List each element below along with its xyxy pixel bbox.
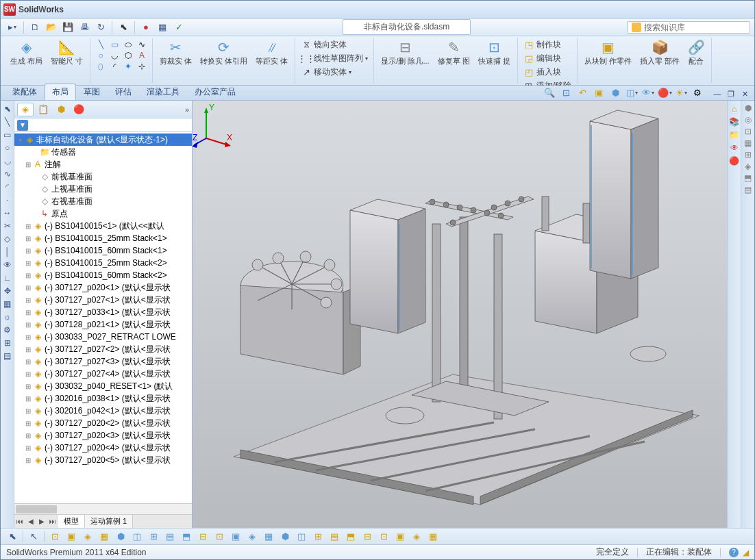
lt-spline[interactable]: ∿	[2, 168, 13, 179]
rt2-1[interactable]: ⬢	[745, 103, 752, 113]
text-tool[interactable]: A	[136, 50, 148, 61]
rt-view[interactable]: 👁	[729, 142, 740, 153]
tree-part-item[interactable]: ⊞◈(-) 307127_p020<2> (默认<显示状	[14, 417, 192, 429]
tab-office[interactable]: 办公室产品	[187, 84, 243, 100]
make-part-button[interactable]: ▣从块制 作零件	[580, 38, 636, 66]
lt-point[interactable]: ·	[2, 194, 13, 205]
tab-nav-prev[interactable]: ◀	[25, 515, 36, 528]
lt-circle[interactable]: ○	[2, 142, 13, 153]
print-button[interactable]: 🖶	[77, 21, 92, 34]
tree-part-item[interactable]: ⊞◈(-) 307127_p027<3> (默认<显示状	[14, 355, 192, 368]
rt2-6[interactable]: ◈	[745, 162, 751, 171]
convert-button[interactable]: ⟳转换实 体引用	[196, 38, 251, 66]
restore-icon[interactable]: ❐	[726, 89, 737, 99]
zoom-area-icon[interactable]: ⊡	[558, 86, 573, 99]
bt-24[interactable]: ▦	[425, 531, 441, 543]
bt-2[interactable]: ▣	[64, 531, 79, 543]
lt-mesh[interactable]: ▦	[2, 298, 13, 309]
bt-9[interactable]: ⬒	[179, 531, 194, 543]
rt2-8[interactable]: ▤	[744, 185, 752, 194]
circle-tool[interactable]: ○	[95, 50, 107, 61]
rt2-3[interactable]: ⊡	[745, 127, 752, 136]
save-button[interactable]: 💾	[60, 21, 75, 34]
smart-dimension-button[interactable]: 📐智能尺 寸	[47, 38, 87, 66]
lt-analyze[interactable]: ☼	[2, 311, 13, 322]
bt-14[interactable]: ▦	[261, 531, 276, 543]
tree-front-plane[interactable]: ◇前视基准面	[14, 170, 192, 183]
bt-23[interactable]: ◈	[409, 531, 424, 543]
rt2-5[interactable]: ⊞	[745, 150, 752, 160]
tree-part-item[interactable]: ⊞◈(-) 307127_p033<1> (默认<显示状	[14, 306, 192, 318]
scene-icon[interactable]: ☀	[673, 86, 689, 99]
prev-view-icon[interactable]: ↶	[575, 86, 590, 99]
linear-pattern-button[interactable]: ⋮⋮线性草图阵列▾	[298, 51, 371, 65]
bt-10[interactable]: ⊟	[195, 531, 210, 543]
lt-angle[interactable]: ∟	[2, 272, 13, 283]
tree-part-item[interactable]: ⊞◈(-) 307127_p027<2> (默认<显示状	[14, 343, 192, 355]
hide-show-icon[interactable]: 👁	[641, 86, 656, 99]
bt-20[interactable]: ⊟	[360, 531, 375, 543]
section-icon[interactable]: ▣	[591, 86, 606, 99]
bt-17[interactable]: ⊞	[310, 531, 325, 543]
view-orient-icon[interactable]: ⬢	[608, 86, 623, 99]
tree-part-item[interactable]: ⊞◈(-) BS10410015_60mm Stack<2>	[14, 269, 192, 281]
fillet-tool[interactable]: ◜	[108, 61, 121, 72]
bt-7[interactable]: ⊞	[146, 531, 161, 543]
lt-move[interactable]: ✥	[2, 285, 13, 296]
tab-render[interactable]: 渲染工具	[139, 84, 187, 100]
tab-sketch[interactable]: 草图	[76, 84, 108, 100]
tree-tab-display[interactable]: 🔴	[71, 103, 87, 116]
tree-tab-config[interactable]: ⬢	[53, 103, 69, 116]
tree-body[interactable]: ▾◈非标自动化设备 (默认<显示状态-1>) 📁传感器 ⊞A注解 ◇前视基准面 …	[14, 132, 192, 503]
minimize-icon[interactable]: —	[712, 89, 723, 99]
bottom-tab-model[interactable]: 模型	[58, 515, 85, 528]
bt-22[interactable]: ▣	[393, 531, 408, 543]
tree-part-item[interactable]: ⊞◈(-) 303033_P027_RETRACT LOWE	[14, 331, 192, 343]
bt-4[interactable]: ▦	[97, 531, 112, 543]
tab-evaluate[interactable]: 评估	[108, 84, 139, 100]
rt-home[interactable]: ⌂	[729, 103, 740, 114]
tree-part-item[interactable]: ⊞◈(-) BS10410015_25mm Stack<2>	[14, 257, 192, 269]
lt-fillet[interactable]: ◜	[2, 181, 13, 192]
insert-block-button[interactable]: ◰插入块	[521, 65, 574, 79]
new-button[interactable]: 🗋	[27, 21, 42, 34]
bt-5[interactable]: ⬢	[113, 531, 128, 543]
lt-line[interactable]: ╲	[2, 116, 13, 127]
tree-part-item[interactable]: ⊞◈(-) 307127_p027<4> (默认<显示状	[14, 368, 192, 380]
centerline-tool[interactable]: ⊹	[136, 61, 148, 72]
rebuild-button[interactable]: ✓	[171, 21, 186, 34]
tab-nav-first[interactable]: ⏮	[14, 515, 25, 528]
bt-select[interactable]: ⬉	[5, 531, 20, 543]
bt-19[interactable]: ⬒	[343, 531, 358, 543]
lt-view[interactable]: 👁	[2, 259, 13, 270]
tab-nav-last[interactable]: ⏭	[47, 515, 58, 528]
lt-rect[interactable]: ▭	[2, 129, 13, 140]
quick-snap-button[interactable]: ⊡快速捕 捉	[474, 38, 515, 66]
rt-appear[interactable]: 🔴	[729, 155, 740, 166]
bt-16[interactable]: ◫	[294, 531, 309, 543]
bt-15[interactable]: ⬢	[277, 531, 293, 543]
lt-trim[interactable]: ✂	[2, 220, 13, 231]
bt-12[interactable]: ▣	[228, 531, 243, 543]
make-block-button[interactable]: ◳制作块	[521, 38, 574, 51]
viewport-3d[interactable]: Y X Z	[193, 101, 727, 528]
menu-dropdown[interactable]: ▸	[5, 21, 20, 34]
edit-block-button[interactable]: ◲编辑块	[521, 51, 574, 65]
repair-sketch-button[interactable]: ✎修复草 图	[434, 38, 474, 66]
rect-tool[interactable]: ▭	[108, 39, 121, 50]
tree-hscroll[interactable]	[14, 503, 192, 514]
lt-select[interactable]: ⬉	[2, 103, 13, 114]
tree-part-item[interactable]: ⊞◈(-) 307127_p020<3> (默认<显示状	[14, 429, 192, 442]
slot-tool[interactable]: ⬭	[122, 39, 134, 50]
tree-part-item[interactable]: ⊞◈(-) BS10410015<1> (默认<<默认	[14, 220, 192, 232]
close-icon[interactable]: ✕	[739, 89, 750, 99]
bt-8[interactable]: ▤	[162, 531, 177, 543]
bt-3[interactable]: ◈	[80, 531, 95, 543]
rt-lib[interactable]: 📚	[729, 116, 740, 127]
ellipse-tool[interactable]: ⬯	[95, 61, 107, 72]
tab-assembly[interactable]: 装配体	[5, 84, 45, 100]
lt-more2[interactable]: ▤	[2, 351, 13, 361]
tree-collapse-icon[interactable]: »	[185, 105, 189, 114]
tab-nav-next[interactable]: ▶	[36, 515, 47, 528]
bt-18[interactable]: ▤	[327, 531, 342, 543]
